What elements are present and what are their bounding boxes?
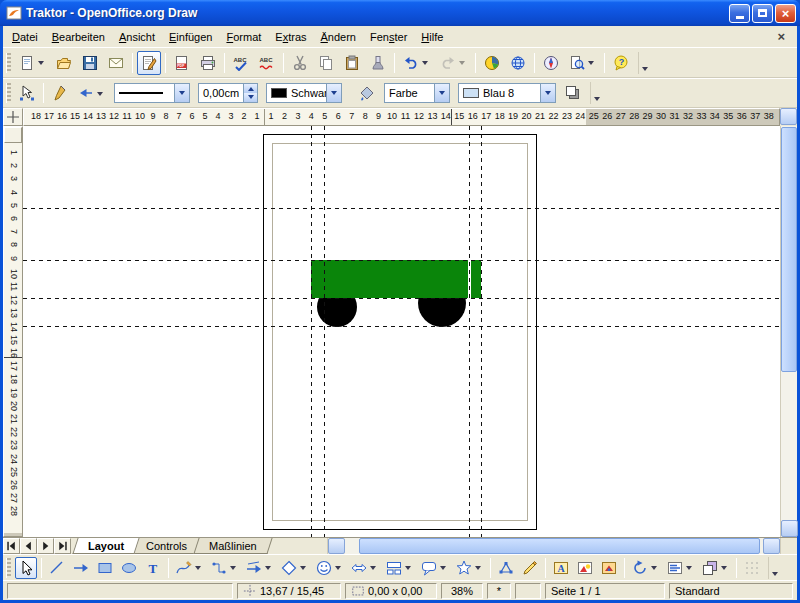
close-button[interactable]: × (775, 4, 796, 23)
paste-button[interactable] (340, 51, 364, 75)
tractor-body-rect[interactable] (311, 260, 468, 298)
scroll-left-button[interactable] (328, 538, 345, 554)
menu-format[interactable]: Format (219, 28, 268, 46)
snap-guide-vertical[interactable] (311, 126, 312, 537)
arrow-style-button[interactable] (74, 81, 109, 105)
symbol-shapes-dropdown[interactable] (333, 562, 343, 573)
fill-style-button[interactable] (355, 81, 379, 105)
nav-first-button[interactable] (3, 538, 20, 554)
minimize-button[interactable] (729, 4, 750, 23)
toolbar-grip[interactable] (6, 558, 11, 578)
navigator-button[interactable] (539, 51, 563, 75)
vertical-ruler[interactable]: 1234567891011121314151617181920212223242… (3, 126, 23, 537)
autospellcheck-button[interactable]: ABC (255, 51, 279, 75)
vertical-scrollbar[interactable] (780, 126, 797, 537)
toolbar-grip[interactable] (6, 83, 11, 103)
tractor-body-strip[interactable] (471, 260, 481, 298)
document-close-button[interactable]: × (773, 29, 789, 44)
toolbar-overflow-button[interactable] (638, 52, 651, 74)
titlebar[interactable]: Traktor - OpenOffice.org Draw × (0, 0, 800, 26)
from-file-button[interactable] (574, 557, 596, 579)
menu-ansicht[interactable]: Ansicht (112, 28, 162, 46)
new-dropdown[interactable] (36, 57, 46, 68)
ruler-origin-button[interactable] (3, 108, 23, 126)
glue-points-button[interactable] (519, 557, 541, 579)
maximize-button[interactable] (752, 4, 773, 23)
horizontal-ruler[interactable]: 1817161514131211109876543211234567891011… (23, 108, 780, 126)
curve-button[interactable] (173, 557, 206, 579)
ellipse-button[interactable] (118, 557, 140, 579)
export-pdf-button[interactable]: PDF (170, 51, 194, 75)
zoom-button[interactable] (565, 51, 600, 75)
page-tab-controls[interactable]: Controls (130, 538, 202, 554)
edit-points-button[interactable] (495, 557, 517, 579)
stars-button[interactable] (453, 557, 486, 579)
snap-guide-vertical[interactable] (469, 126, 470, 537)
line-style-dropdown[interactable] (174, 84, 189, 102)
page-tab-layout[interactable]: Layout (72, 538, 139, 554)
toolbar-overflow-button[interactable] (768, 557, 781, 579)
rotate-button[interactable] (629, 557, 662, 579)
vertical-ruler-origin[interactable] (4, 127, 22, 143)
arrow-button[interactable] (70, 557, 92, 579)
snap-guide-horizontal[interactable] (23, 326, 780, 327)
menu-fenster[interactable]: Fenster (363, 28, 414, 46)
snap-guide-vertical[interactable] (324, 126, 325, 537)
redo-button[interactable] (436, 51, 471, 75)
copy-button[interactable] (314, 51, 338, 75)
arrange-dropdown[interactable] (719, 562, 729, 573)
arrange-button[interactable] (699, 557, 732, 579)
undo-button[interactable] (399, 51, 434, 75)
menu-ndern[interactable]: Ändern (314, 28, 363, 46)
page-tab-malinien[interactable]: Maßlinien (193, 538, 272, 554)
snap-guide-horizontal[interactable] (23, 260, 780, 261)
toolbar-overflow-button[interactable] (590, 82, 603, 104)
nav-next-button[interactable] (37, 538, 54, 554)
menu-hilfe[interactable]: Hilfe (414, 28, 450, 46)
line-width-value[interactable]: 0,00cm (199, 84, 243, 102)
stars-dropdown[interactable] (473, 562, 483, 573)
block-arrows-button[interactable] (348, 557, 381, 579)
line-pen-button[interactable] (48, 81, 72, 105)
nav-prev-button[interactable] (20, 538, 37, 554)
vertical-scrollbar-thumb[interactable] (781, 127, 797, 372)
lines-and-arrows-button[interactable] (243, 557, 276, 579)
basic-shapes-dropdown[interactable] (298, 562, 308, 573)
edit-file-button[interactable] (137, 51, 161, 75)
open-button[interactable] (52, 51, 76, 75)
line-color-combo[interactable]: Schwarz (266, 83, 342, 103)
email-button[interactable] (104, 51, 128, 75)
line-color-dropdown[interactable] (326, 84, 341, 102)
shadow-button[interactable] (561, 81, 585, 105)
horizontal-scrollbar-track[interactable] (345, 538, 763, 554)
snap-guide-horizontal[interactable] (23, 298, 780, 299)
block-arrows-dropdown[interactable] (368, 562, 378, 573)
symbol-shapes-button[interactable] (313, 557, 346, 579)
cut-button[interactable] (288, 51, 312, 75)
save-button[interactable] (78, 51, 102, 75)
insert-chart-button[interactable] (480, 51, 504, 75)
snap-guide-horizontal[interactable] (23, 208, 780, 209)
rotate-dropdown[interactable] (649, 562, 659, 573)
format-paintbrush-button[interactable] (366, 51, 390, 75)
status-zoom[interactable]: 38% (441, 583, 483, 599)
scroll-down-button[interactable] (781, 520, 798, 537)
callouts-dropdown[interactable] (438, 562, 448, 573)
text-button[interactable]: T (142, 557, 164, 579)
new-button[interactable] (15, 51, 50, 75)
hyperlink-button[interactable] (506, 51, 530, 75)
zoom-dropdown[interactable] (586, 57, 596, 68)
menu-datei[interactable]: Datei (5, 28, 45, 46)
flowchart-button[interactable] (383, 557, 416, 579)
vertical-scrollbar-track[interactable] (781, 373, 797, 520)
scroll-right-button[interactable] (763, 538, 780, 554)
snap-guide-vertical[interactable] (481, 126, 482, 537)
snap-grid-button[interactable] (741, 557, 763, 579)
line-width-spin-buttons[interactable] (243, 84, 257, 102)
arrow-style-dropdown[interactable] (95, 88, 105, 99)
scroll-up-button[interactable] (780, 108, 797, 125)
horizontal-scrollbar-thumb[interactable] (359, 538, 760, 554)
menu-extras[interactable]: Extras (268, 28, 313, 46)
callouts-button[interactable] (418, 557, 451, 579)
basic-shapes-button[interactable] (278, 557, 311, 579)
